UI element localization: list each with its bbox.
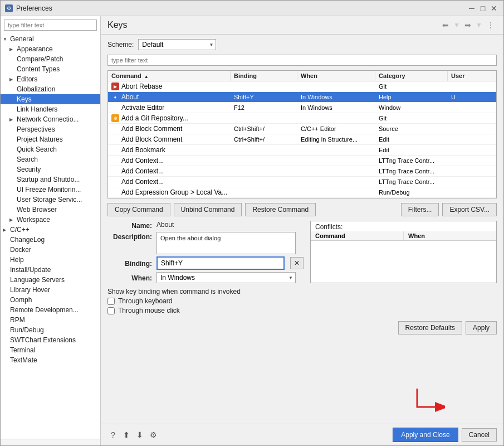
sidebar-item-general[interactable]: ▼ General <box>1 34 100 44</box>
sidebar-item-editors[interactable]: ▶ Editors <box>1 74 100 84</box>
cell-binding: Shift+Y <box>231 93 297 101</box>
col-header-user[interactable]: User <box>448 71 476 81</box>
nav-menu-button[interactable]: ⋮ <box>485 20 497 31</box>
cell-command: Add Context... <box>108 177 231 187</box>
sidebar-item-terminal[interactable]: ▶ Terminal <box>1 345 100 355</box>
sidebar-item-security[interactable]: ▶ Security <box>1 164 100 174</box>
cell-when <box>297 181 375 183</box>
table-header: Command ▲ Binding When Category User <box>108 71 496 81</box>
restore-command-button[interactable]: Restore Command <box>245 203 316 216</box>
cell-user <box>448 117 476 119</box>
cell-when: In Windows <box>297 93 375 101</box>
sidebar-item-web-browser[interactable]: ▶ Web Browser <box>1 205 100 215</box>
cell-binding <box>231 159 297 162</box>
description-textarea[interactable]: Open the about dialog <box>156 232 296 254</box>
table-row[interactable]: ⚙ Add a Git Repository... Git <box>108 113 496 124</box>
sidebar-item-install-update[interactable]: ▶ Install/Update <box>1 265 100 275</box>
binding-input[interactable] <box>156 256 285 270</box>
sidebar-item-quick-search[interactable]: ▶ Quick Search <box>1 144 100 154</box>
sidebar-item-project-natures[interactable]: ▶ Project Natures <box>1 134 100 144</box>
close-button[interactable]: ✕ <box>489 3 499 13</box>
sidebar-item-network-connections[interactable]: ▶ Network Connectio... <box>1 114 100 124</box>
settings-icon[interactable]: ⚙ <box>148 429 159 440</box>
cell-binding: Ctrl+Shift+/ <box>231 135 297 144</box>
binding-clear-button[interactable]: ✕ <box>290 257 304 269</box>
sidebar-item-run-debug[interactable]: ▶ Run/Debug <box>1 325 100 335</box>
apply-button[interactable]: Apply <box>466 321 497 334</box>
cell-user <box>448 170 476 172</box>
sidebar-item-appearance[interactable]: ▶ Appearance <box>1 44 100 54</box>
cell-category: LTTng Trace Contr... <box>375 156 448 165</box>
sidebar-item-search[interactable]: ▶ Search <box>1 154 100 164</box>
col-header-when[interactable]: When <box>297 71 375 81</box>
scheme-select[interactable]: Default Emacs Windows <box>138 39 216 50</box>
conflicts-title: Conflicts: <box>311 221 496 231</box>
cell-command: ● About <box>108 92 231 102</box>
sidebar-item-swt-chart[interactable]: ▶ SWTChart Extensions <box>1 335 100 345</box>
sidebar-item-docker[interactable]: ▶ Docker <box>1 245 100 255</box>
through-keyboard-label[interactable]: Through keyboard <box>118 297 172 305</box>
table-row[interactable]: ● About Shift+Y In Windows Help U <box>108 92 496 103</box>
sidebar-item-library-hover[interactable]: ▶ Library Hover <box>1 285 100 295</box>
when-select[interactable]: In Windows Always In Dialogs In Dialogs … <box>156 272 296 283</box>
table-row[interactable]: Activate Editor F12 In Windows Window <box>108 103 496 113</box>
minimize-button[interactable]: ─ <box>467 3 477 13</box>
apply-and-close-button[interactable]: Apply and Close <box>393 428 458 442</box>
cell-category: LTTng Trace Contr... <box>375 177 448 186</box>
import-icon[interactable]: ⬆ <box>121 429 132 440</box>
nav-forward-button[interactable]: ➡ <box>462 20 473 31</box>
cell-binding <box>231 117 297 119</box>
sidebar-item-remote-development[interactable]: ▶ Remote Developmen... <box>1 305 100 315</box>
sidebar-item-startup-shutdown[interactable]: ▶ Startup and Shutdo... <box>1 174 100 185</box>
table-row[interactable]: ▶ Abort Rebase Git <box>108 81 496 92</box>
through-keyboard-checkbox[interactable] <box>107 298 115 305</box>
copy-command-button[interactable]: Copy Command <box>107 203 170 216</box>
conflicts-col-when: When <box>404 231 496 240</box>
sidebar-horizontal-scrollbar[interactable] <box>1 439 100 445</box>
table-body: ▶ Abort Rebase Git ● Abo <box>108 81 496 198</box>
filters-button[interactable]: Filters... <box>401 203 439 216</box>
cell-user <box>448 128 476 130</box>
export-icon[interactable]: ⬇ <box>134 429 145 440</box>
sidebar-item-ui-freeze[interactable]: ▶ UI Freeze Monitorin... <box>1 185 100 195</box>
sidebar-item-user-storage[interactable]: ▶ User Storage Servic... <box>1 195 100 205</box>
export-csv-button[interactable]: Export CSV... <box>442 203 497 216</box>
table-row[interactable]: Add Context... LTTng Trace Contr... <box>108 177 496 187</box>
table-row[interactable]: Add Context... LTTng Trace Contr... <box>108 156 496 166</box>
window-icon: ⚙ <box>5 4 13 12</box>
sidebar-item-compare-patch[interactable]: ▶ Compare/Patch <box>1 54 100 64</box>
sidebar-item-keys[interactable]: ▶ Keys <box>1 94 100 104</box>
sidebar-item-oomph[interactable]: ▶ Oomph <box>1 295 100 305</box>
sidebar-item-rpm[interactable]: ▶ RPM <box>1 315 100 325</box>
table-filter-input[interactable] <box>107 55 497 66</box>
sidebar-item-content-types[interactable]: ▶ Content Types <box>1 64 100 74</box>
table-row[interactable]: Add Bookmark Edit <box>108 145 496 156</box>
col-header-binding[interactable]: Binding <box>231 71 297 81</box>
sidebar-item-perspectives[interactable]: ▶ Perspectives <box>1 124 100 134</box>
sidebar-item-link-handlers[interactable]: ▶ Link Handlers <box>1 104 100 114</box>
cell-command: Add Expression Group > Local Va... <box>108 187 231 197</box>
sidebar-filter-input[interactable] <box>4 20 97 31</box>
sidebar-item-help[interactable]: ▶ Help <box>1 255 100 265</box>
col-header-command[interactable]: Command ▲ <box>108 71 231 81</box>
through-mouse-checkbox[interactable] <box>107 307 115 314</box>
sidebar-item-language-servers[interactable]: ▶ Language Servers <box>1 275 100 285</box>
nav-back-button[interactable]: ⬅ <box>440 20 451 31</box>
unbind-command-button[interactable]: Unbind Command <box>174 203 242 216</box>
table-row[interactable]: Add Block Comment Ctrl+Shift+/ Editing i… <box>108 134 496 145</box>
table-row[interactable]: Add Context... LTTng Trace Contr... <box>108 166 496 177</box>
table-row[interactable]: Add Expression Group > Local Va... Run/D… <box>108 187 496 198</box>
through-mouse-label[interactable]: Through mouse click <box>118 307 180 314</box>
sidebar-item-textmate[interactable]: ▶ TextMate <box>1 355 100 365</box>
sidebar-item-cpp[interactable]: ▶ C/C++ <box>1 225 100 235</box>
detail-binding-row: Binding: ✕ <box>107 256 304 270</box>
cancel-button[interactable]: Cancel <box>462 428 497 442</box>
maximize-button[interactable]: □ <box>478 3 488 13</box>
sidebar-item-globalization[interactable]: ▶ Globalization <box>1 84 100 94</box>
restore-defaults-button[interactable]: Restore Defaults <box>398 321 462 334</box>
table-row[interactable]: Add Block Comment Ctrl+Shift+/ C/C++ Edi… <box>108 124 496 134</box>
sidebar-item-changelog[interactable]: ▶ ChangeLog <box>1 235 100 245</box>
sidebar-item-workspace[interactable]: ▶ Workspace <box>1 215 100 225</box>
help-icon[interactable]: ? <box>107 429 119 440</box>
col-header-category[interactable]: Category <box>375 71 448 81</box>
